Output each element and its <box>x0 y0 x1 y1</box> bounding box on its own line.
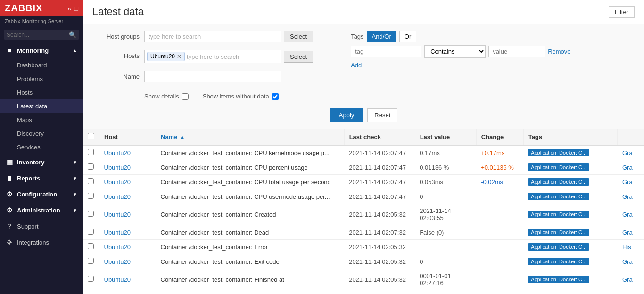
host-link[interactable]: Ubuntu20 <box>104 244 131 251</box>
row-checkbox-cell <box>83 254 99 269</box>
action-link[interactable]: Gra <box>622 164 633 171</box>
hosts-tag: Ubuntu20 ✕ <box>147 52 185 61</box>
hosts-select-button[interactable]: Select <box>284 51 313 63</box>
host-link[interactable]: Ubuntu20 <box>104 193 131 200</box>
tag-value-input[interactable] <box>488 46 545 57</box>
row-name: Container /docker_test_container: CPU pe… <box>156 160 345 175</box>
row-checkbox[interactable] <box>88 178 94 184</box>
page-header: Latest data Filter <box>83 0 644 24</box>
action-link[interactable]: Gra <box>622 179 633 186</box>
host-link[interactable]: Ubuntu20 <box>104 229 131 236</box>
sidebar-item-inventory[interactable]: ▦ Inventory ▼ <box>0 154 83 170</box>
add-tag-link[interactable]: Add <box>351 62 362 69</box>
sidebar-item-latest-data[interactable]: Latest data <box>0 99 83 113</box>
reset-button[interactable]: Reset <box>367 108 397 122</box>
row-lastcheck: 2021-11-14 02:05:32 <box>344 290 415 294</box>
action-link[interactable]: Gra <box>622 149 633 156</box>
tags-toggle-row: Tags And/Or Or <box>351 31 570 42</box>
row-checkbox[interactable] <box>88 149 94 155</box>
row-name: Container /docker_test_container: CPU us… <box>156 189 345 204</box>
host-link[interactable]: Ubuntu20 <box>104 211 131 218</box>
host-groups-select-button[interactable]: Select <box>284 31 313 42</box>
host-link[interactable]: Ubuntu20 <box>104 164 131 171</box>
row-name: Container /docker_test_container: Error <box>156 240 345 254</box>
col-header-name[interactable]: Name ▲ <box>156 129 345 145</box>
row-checkbox[interactable] <box>88 258 94 264</box>
sidebar-item-configuration[interactable]: ⚙ Configuration ▼ <box>0 186 83 202</box>
row-tags: Application: Docker: C... <box>523 225 618 240</box>
tag-input[interactable] <box>351 46 421 57</box>
row-tags: Application: Docker: C... <box>523 290 618 294</box>
select-all-checkbox[interactable] <box>88 133 94 139</box>
or-button[interactable]: Or <box>399 31 416 42</box>
action-link[interactable]: Gra <box>622 229 633 236</box>
name-input[interactable] <box>144 71 281 82</box>
sidebar-item-hosts[interactable]: Hosts <box>0 86 83 99</box>
support-icon: ? <box>6 222 13 230</box>
host-link[interactable]: Ubuntu20 <box>104 149 131 156</box>
row-change <box>476 225 523 240</box>
table-header-row: Host Name ▲ Last check Last value Change… <box>83 129 644 145</box>
row-host: Ubuntu20 <box>99 204 156 225</box>
sidebar-item-services[interactable]: Services <box>0 140 83 154</box>
row-checkbox[interactable] <box>88 211 94 217</box>
row-host: Ubuntu20 <box>99 160 156 175</box>
host-groups-input[interactable] <box>144 31 281 42</box>
row-host: Ubuntu20 <box>99 240 156 254</box>
sidebar-item-administration[interactable]: ⚙ Administration ▼ <box>0 202 83 218</box>
administration-icon: ⚙ <box>6 206 13 214</box>
host-link[interactable]: Ubuntu20 <box>104 276 131 283</box>
tags-section: Tags And/Or Or Contains Equals Does not … <box>351 31 570 104</box>
action-link[interactable]: His <box>622 244 631 251</box>
action-link[interactable]: Gra <box>622 193 633 200</box>
action-link[interactable]: Gra <box>622 258 633 265</box>
row-host: Ubuntu20 <box>99 145 156 160</box>
search-input[interactable] <box>7 32 69 38</box>
row-host: Ubuntu20 <box>99 175 156 189</box>
and-or-button[interactable]: And/Or <box>367 31 396 42</box>
sidebar-item-support[interactable]: ? Support <box>0 218 83 234</box>
monitoring-icon: ■ <box>6 47 13 54</box>
sidebar-item-monitoring[interactable]: ■ Monitoring ▲ <box>0 42 83 58</box>
host-groups-label: Host groups <box>92 31 144 40</box>
action-link[interactable]: Gra <box>622 276 633 283</box>
sidebar-item-problems[interactable]: Problems <box>0 72 83 86</box>
configuration-label: Configuration <box>17 191 57 198</box>
col-header-lastvalue: Last value <box>415 129 476 145</box>
host-link[interactable]: Ubuntu20 <box>104 258 131 265</box>
hosts-search-input[interactable] <box>187 53 278 60</box>
collapse-icon[interactable]: « <box>68 5 72 12</box>
sidebar-item-integrations[interactable]: ✥ Integrations <box>0 234 83 250</box>
row-name: Container /docker_test_container: Dead <box>156 225 345 240</box>
row-host: Ubuntu20 <box>99 254 156 269</box>
row-tags: Application: Docker: C... <box>523 240 618 254</box>
row-tags: Application: Docker: C... <box>523 254 618 269</box>
reports-label: Reports <box>17 175 40 182</box>
sidebar-item-reports[interactable]: ▮ Reports ▼ <box>0 170 83 186</box>
sidebar-item-maps[interactable]: Maps <box>0 113 83 127</box>
sidebar-item-dashboard[interactable]: Dashboard <box>0 58 83 72</box>
row-checkbox[interactable] <box>88 243 94 249</box>
filter-button[interactable]: Filter <box>609 6 635 18</box>
row-checkbox[interactable] <box>88 163 94 170</box>
row-checkbox[interactable] <box>88 276 94 282</box>
host-link[interactable]: Ubuntu20 <box>104 179 131 186</box>
hosts-tag-remove[interactable]: ✕ <box>177 53 182 60</box>
sidebar-item-discovery[interactable]: Discovery <box>0 127 83 140</box>
tag-filter-row: Contains Equals Does not contain Matches… <box>351 45 570 58</box>
action-link[interactable]: Gra <box>622 211 633 218</box>
tag-condition-select[interactable]: Contains Equals Does not contain Matches… <box>424 45 486 58</box>
row-name: Container /docker_test_container: Finish… <box>156 269 345 290</box>
row-checkbox-cell <box>83 240 99 254</box>
tag-remove-link[interactable]: Remove <box>548 48 570 55</box>
show-items-without-data-checkbox[interactable] <box>272 93 279 100</box>
apply-button[interactable]: Apply <box>330 108 364 122</box>
search-icon[interactable]: 🔍 <box>69 31 76 38</box>
row-checkbox[interactable] <box>88 193 94 199</box>
show-details-checkbox[interactable] <box>182 93 189 100</box>
row-lastcheck: 2021-11-14 02:07:32 <box>344 225 415 240</box>
row-checkbox-cell <box>83 189 99 204</box>
expand-icon[interactable]: □ <box>74 5 78 12</box>
row-checkbox-cell <box>83 160 99 175</box>
row-checkbox[interactable] <box>88 229 94 235</box>
